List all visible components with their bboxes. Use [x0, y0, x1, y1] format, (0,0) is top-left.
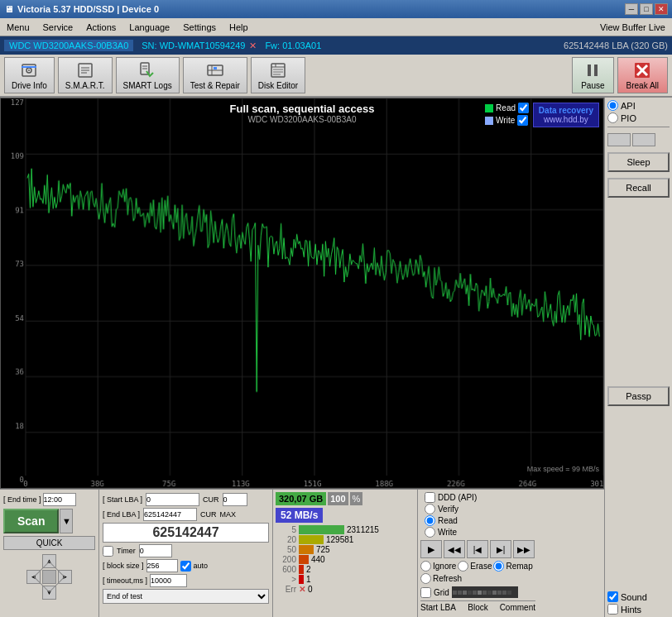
write-legend-label: Write: [496, 116, 515, 125]
menu-item-help[interactable]: Help: [223, 21, 255, 34]
read-radio[interactable]: [425, 515, 435, 526]
view-buffer-live-button[interactable]: View Buffer Live: [593, 21, 672, 34]
scan-dropdown-button[interactable]: ▼: [60, 509, 73, 533]
grid-checkbox[interactable]: [420, 587, 431, 598]
grid-label: Grid: [434, 588, 449, 597]
prev-button[interactable]: |◀: [467, 540, 488, 558]
end-time-input[interactable]: [43, 493, 76, 506]
sound-label: Sound: [621, 592, 647, 602]
sound-checkbox[interactable]: [607, 591, 618, 602]
end-button[interactable]: ▶▶: [513, 540, 535, 558]
minimize-button[interactable]: ─: [625, 3, 638, 15]
test-repair-button[interactable]: Test & Repair: [183, 57, 247, 93]
timer-input[interactable]: [139, 544, 172, 557]
quick-button[interactable]: QUICK: [3, 536, 95, 550]
timeout-row: [ timeout,ms ]: [103, 574, 269, 587]
menu-item-service[interactable]: Service: [36, 21, 80, 34]
close-button[interactable]: ✕: [655, 3, 668, 15]
passp-button[interactable]: Passp: [607, 386, 670, 406]
pct-sign: %: [350, 492, 363, 505]
rewind-button[interactable]: ◀◀: [444, 540, 465, 558]
timeout-input[interactable]: [150, 574, 187, 587]
smart-icon: [76, 61, 94, 79]
svg-rect-3: [22, 66, 36, 68]
err-x-icon: ✕: [299, 585, 305, 594]
erase-radio[interactable]: [458, 561, 468, 572]
play-button[interactable]: ▶: [420, 540, 442, 558]
main-content: Data recovery www.hdd.by Full scan, sequ…: [0, 98, 672, 617]
break-all-button[interactable]: Break All: [617, 57, 668, 93]
api-label: API: [621, 101, 636, 111]
grid-cell: [482, 591, 487, 595]
menu-item-settings[interactable]: Settings: [176, 21, 223, 34]
smart-logs-icon: [138, 61, 156, 79]
end-time-row: [ End time ]: [3, 493, 95, 506]
action-options: Ignore Erase Remap Refresh: [420, 561, 535, 584]
scan-button[interactable]: Scan: [3, 509, 59, 533]
pio-speed-btn2[interactable]: [632, 133, 655, 146]
verify-radio[interactable]: [425, 504, 435, 514]
start-lba-row: [ Start LBA ] CUR: [103, 493, 269, 506]
erase-option: Erase: [458, 561, 492, 572]
block-label-gt: >: [276, 575, 296, 584]
scan-controls-area: [ End time ] Scan ▼ QUICK ▲ ◄: [0, 489, 604, 617]
refresh-radio[interactable]: [420, 573, 431, 584]
svg-rect-22: [594, 65, 598, 76]
hints-label: Hints: [621, 605, 641, 615]
end-of-test-select[interactable]: End of test: [103, 589, 269, 604]
disk-editor-button[interactable]: Disk Editor: [251, 57, 305, 93]
recall-button[interactable]: Recall: [607, 178, 670, 198]
refresh-option: Refresh: [420, 573, 462, 584]
max-label: MAX: [220, 510, 237, 519]
data-recovery-line2: www.hdd.by: [539, 115, 593, 124]
next-button[interactable]: ▶|: [490, 540, 511, 558]
smart-button[interactable]: S.M.A.R.T.: [58, 57, 113, 93]
drive-info-button[interactable]: Drive Info: [4, 57, 55, 93]
pio-speed-btn1[interactable]: [607, 133, 631, 146]
device-close-button[interactable]: ✕: [249, 41, 257, 51]
start-lba-input[interactable]: [146, 493, 199, 506]
write-radio[interactable]: [425, 527, 435, 538]
toolbar-right: Pause Break All: [572, 57, 668, 93]
timer-checkbox[interactable]: [103, 546, 113, 557]
end-lba-input[interactable]: [143, 508, 197, 521]
api-pio-options: API PIO: [607, 100, 670, 127]
start-lba-col: Start LBA: [420, 603, 457, 612]
ignore-label: Ignore: [433, 562, 456, 571]
read-checkbox[interactable]: [518, 103, 529, 113]
block-rows: 5 2311215 20 129581 50 725: [276, 525, 415, 594]
menu-item-actions[interactable]: Actions: [79, 21, 122, 34]
pio-option: PIO: [607, 112, 670, 123]
ddd-api-checkbox[interactable]: [425, 492, 435, 503]
erase-label: Erase: [470, 562, 492, 571]
block-val-50: 725: [316, 545, 330, 554]
block-label-err: Err: [276, 585, 296, 594]
write-checkbox[interactable]: [517, 115, 528, 126]
auto-checkbox[interactable]: [180, 561, 191, 572]
smart-logs-button[interactable]: SMART Logs: [116, 57, 180, 93]
menu-item-menu[interactable]: Menu: [0, 21, 36, 34]
ignore-radio[interactable]: [420, 561, 431, 572]
pause-button[interactable]: Pause: [572, 57, 613, 93]
pio-radio[interactable]: [607, 112, 618, 123]
api-radio[interactable]: [607, 100, 618, 111]
hints-checkbox[interactable]: [607, 604, 618, 615]
block-size-input[interactable]: [146, 559, 178, 572]
read-legend-label: Read: [496, 103, 516, 112]
remap-radio[interactable]: [493, 561, 504, 572]
maximize-button[interactable]: □: [640, 3, 653, 15]
block-row-200ms: 200 440: [276, 555, 415, 564]
read-legend: Read: [485, 103, 529, 113]
menu-item-language[interactable]: Language: [122, 21, 176, 34]
sleep-button[interactable]: Sleep: [607, 152, 670, 172]
block-row-5ms: 5 2311215: [276, 525, 415, 534]
end-time-label: [ End time ]: [3, 495, 41, 504]
graph-canvas: [1, 98, 603, 488]
block-bar-gt: [299, 575, 304, 584]
app-icon: 🖥: [4, 4, 13, 14]
write-legend: Write: [485, 115, 529, 126]
cur-lba-input[interactable]: [223, 493, 247, 506]
remap-option: Remap: [493, 561, 532, 572]
left-content: Data recovery www.hdd.by Full scan, sequ…: [0, 98, 604, 617]
smart-logs-label: SMART Logs: [123, 81, 172, 90]
